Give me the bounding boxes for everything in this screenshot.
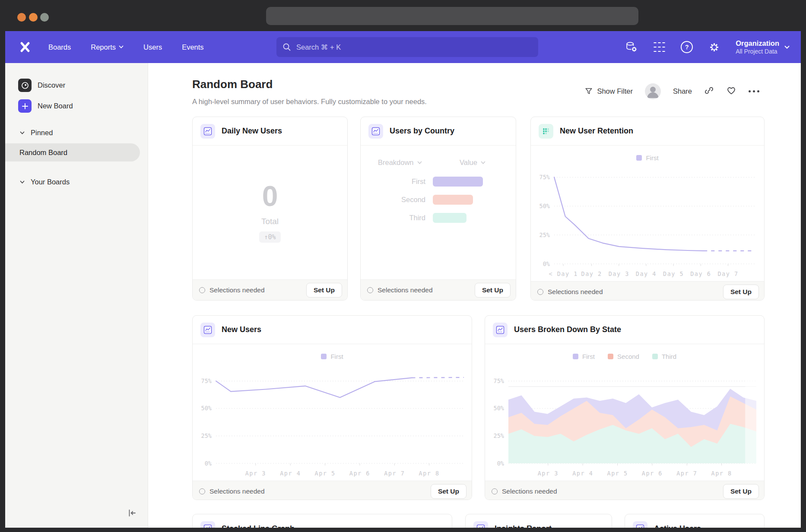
sidebar-collapse-button[interactable] xyxy=(126,507,138,519)
settings-gear-icon[interactable] xyxy=(708,41,720,53)
card-footer: Selections needed Set Up xyxy=(531,281,764,301)
svg-text:< Day 1: < Day 1 xyxy=(549,270,578,277)
new-users-line-chart: 75%50%25%0%Apr 3Apr 4Apr 5Apr 6Apr 7Apr … xyxy=(193,364,472,481)
sidebar-item-new-board[interactable]: New Board xyxy=(18,99,73,113)
line-chart-icon xyxy=(200,124,215,139)
favorite-heart-icon[interactable] xyxy=(726,85,736,97)
svg-text:0%: 0% xyxy=(543,260,550,267)
svg-text:Apr 8: Apr 8 xyxy=(711,470,732,477)
nav-users[interactable]: Users xyxy=(143,43,162,51)
nav-reports[interactable]: Reports xyxy=(91,43,124,51)
breakdown-dropdown[interactable]: Breakdown xyxy=(378,158,422,167)
card-new-users: New Users First 75%50%25%0%Apr 3Apr 4Apr… xyxy=(192,315,472,500)
country-bar-row: Second xyxy=(361,195,516,205)
primary-nav: Boards Reports Users Events xyxy=(48,43,204,51)
metric-value: 0 xyxy=(262,180,278,212)
svg-text:25%: 25% xyxy=(494,432,504,439)
svg-text:50%: 50% xyxy=(539,203,550,209)
chevron-down-icon xyxy=(481,161,486,165)
chart-legend: FirstSecondThird xyxy=(485,344,764,364)
set-up-button[interactable]: Set Up xyxy=(431,484,466,499)
address-bar[interactable] xyxy=(266,7,638,25)
line-chart-icon xyxy=(200,521,215,528)
board-actions: Show Filter Share xyxy=(584,83,759,99)
funnel-icon xyxy=(584,87,593,95)
status-circle-icon xyxy=(199,488,205,494)
set-up-button[interactable]: Set Up xyxy=(723,285,759,299)
card-title: New User Retention xyxy=(560,127,633,136)
help-icon[interactable]: ? xyxy=(681,41,693,53)
svg-text:Day 2: Day 2 xyxy=(581,270,602,277)
svg-text:0%: 0% xyxy=(497,460,504,467)
avatar[interactable] xyxy=(645,83,661,99)
state-stacked-area-chart: 75%50%25%0%Apr 3Apr 4Apr 5Apr 6Apr 7Apr … xyxy=(485,364,764,481)
collapse-sidebar-icon xyxy=(127,508,137,518)
chevron-down-icon xyxy=(784,45,790,49)
compass-icon xyxy=(18,79,32,92)
sidebar-random-board-label: Random Board xyxy=(19,149,67,157)
delta-badge: ↑0% xyxy=(259,231,280,243)
sidebar-pinned-label: Pinned xyxy=(31,129,53,137)
show-filter-button[interactable]: Show Filter xyxy=(584,87,633,95)
value-dropdown[interactable]: Value xyxy=(460,158,486,167)
mixpanel-logo-icon[interactable] xyxy=(19,41,31,53)
page-subtitle: A high-level summary of user behaviors. … xyxy=(192,98,427,106)
nav-events[interactable]: Events xyxy=(182,43,203,51)
svg-text:0%: 0% xyxy=(205,460,212,467)
country-bar-row: First xyxy=(361,177,516,187)
metric-label: Total xyxy=(261,217,279,226)
card-insights-report: Insights Report xyxy=(465,514,612,528)
svg-text:Apr 4: Apr 4 xyxy=(280,470,301,477)
line-chart-icon xyxy=(633,521,647,528)
svg-text:75%: 75% xyxy=(494,377,504,384)
set-up-button[interactable]: Set Up xyxy=(475,283,511,298)
sidebar: Discover New Board Pinned Random Board Y… xyxy=(5,63,148,528)
search-input[interactable] xyxy=(295,43,532,52)
card-new-user-retention: New User Retention First 75%50%25%0%< Da… xyxy=(530,117,765,301)
org-switcher[interactable]: Organization All Project Data xyxy=(736,39,790,55)
chart-legend: First xyxy=(531,146,764,165)
status-text: Selections needed xyxy=(378,286,433,294)
svg-text:Day 6: Day 6 xyxy=(690,270,711,277)
card-title: Users Broken Down By State xyxy=(514,325,621,334)
svg-text:Apr 4: Apr 4 xyxy=(572,470,593,477)
status-circle-icon xyxy=(367,287,373,293)
status-text: Selections needed xyxy=(209,286,265,294)
retention-grid-icon xyxy=(539,124,553,139)
chevron-down-icon xyxy=(119,45,124,49)
sidebar-item-discover[interactable]: Discover xyxy=(18,79,65,92)
sidebar-discover-label: Discover xyxy=(38,81,65,89)
svg-text:Apr 7: Apr 7 xyxy=(676,470,697,477)
nav-boards[interactable]: Boards xyxy=(48,43,71,51)
sidebar-section-pinned[interactable]: Pinned xyxy=(20,129,53,137)
line-chart-icon xyxy=(368,124,383,139)
svg-text:Day 3: Day 3 xyxy=(609,270,629,277)
card-title: Users by Country xyxy=(390,127,454,136)
card-users-by-state: Users Broken Down By State FirstSecondTh… xyxy=(485,315,765,500)
svg-text:75%: 75% xyxy=(539,174,550,180)
svg-text:Apr 7: Apr 7 xyxy=(384,470,405,477)
country-bar-chart: FirstSecondThird xyxy=(361,177,516,231)
window-zoom-button[interactable] xyxy=(40,13,49,22)
set-up-button[interactable]: Set Up xyxy=(306,283,342,298)
sidebar-section-your-boards[interactable]: Your Boards xyxy=(20,178,70,186)
share-button[interactable]: Share xyxy=(673,87,692,95)
svg-text:Day 4: Day 4 xyxy=(636,270,657,277)
card-title: Insights Report xyxy=(495,524,552,528)
svg-text:25%: 25% xyxy=(539,231,550,238)
search-bar[interactable] xyxy=(276,37,538,57)
sidebar-item-random-board[interactable]: Random Board xyxy=(5,143,140,162)
svg-text:Apr 8: Apr 8 xyxy=(419,470,440,477)
set-up-button[interactable]: Set Up xyxy=(723,484,759,499)
show-filter-label: Show Filter xyxy=(597,87,633,95)
window-close-button[interactable] xyxy=(17,13,26,22)
plus-icon xyxy=(18,99,32,113)
window-minimize-button[interactable] xyxy=(29,13,38,22)
status-text: Selections needed xyxy=(548,288,603,296)
svg-text:Apr 3: Apr 3 xyxy=(538,470,558,477)
apps-grid-icon[interactable] xyxy=(654,41,665,53)
copy-link-icon[interactable] xyxy=(704,86,714,97)
more-options-icon[interactable] xyxy=(749,90,759,92)
card-stacked-line-graph: Stacked Line Graph xyxy=(192,514,452,528)
data-management-icon[interactable] xyxy=(625,41,638,53)
